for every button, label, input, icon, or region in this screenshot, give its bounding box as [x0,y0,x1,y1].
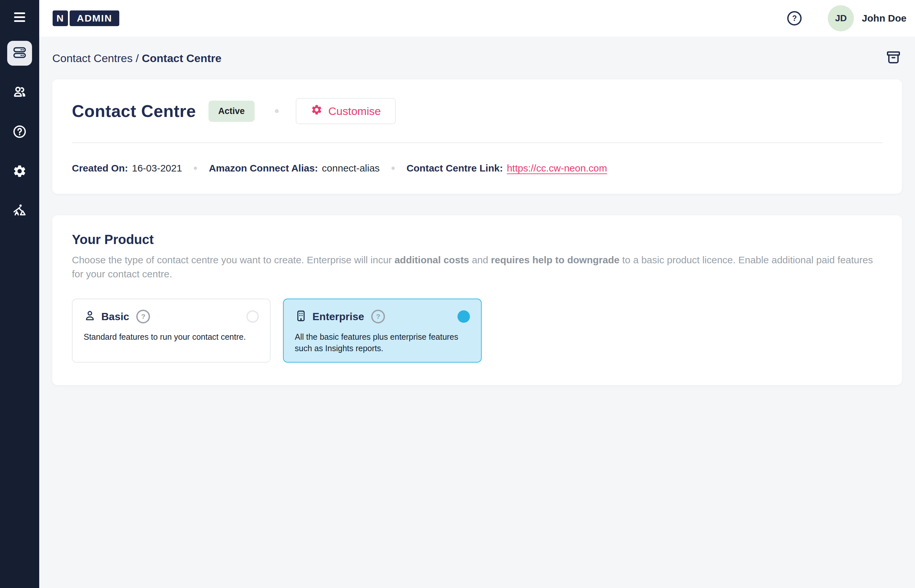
help-icon[interactable]: ? [787,11,802,26]
gear-icon [13,164,27,180]
meta-value-alias: connect-alias [322,163,380,174]
option-name: Enterprise [312,311,364,323]
section-title: Your Product [72,232,882,247]
logo-admin: ADMIN [70,10,119,26]
user-name: John Doe [862,13,907,24]
topbar: N ADMIN ? JD John Doe [39,0,915,37]
radio-enterprise[interactable] [457,310,470,323]
sidebar-item-users[interactable] [7,80,32,105]
option-basic[interactable]: Basic ? Standard features to run your co… [72,299,271,363]
gear-icon [311,104,323,118]
sidebar-item-settings[interactable] [7,160,32,184]
option-enterprise[interactable]: Enterprise ? All the basic features plus… [283,299,482,363]
person-icon [84,310,96,323]
separator-dot [391,166,395,170]
customise-label: Customise [328,105,381,118]
archive-button[interactable] [885,50,902,67]
sidebar-item-maintenance[interactable] [7,199,32,224]
breadcrumb-row: Contact Centres / Contact Centre [52,49,902,67]
meta-row: Created On: 16-03-2021 Amazon Connect Al… [72,163,882,174]
option-description: Standard features to run your contact ce… [84,331,259,342]
meta-label-link: Contact Centre Link: [407,163,503,174]
breadcrumb-parent[interactable]: Contact Centres [52,52,133,65]
contact-centre-link[interactable]: https://cc.cw-neon.com [507,163,607,174]
desc-segment-bold: additional costs [394,254,469,265]
question-help-icon[interactable]: ? [371,310,385,323]
desc-segment: and [469,254,491,265]
under-construction-icon [13,204,27,219]
sidebar-item-contact-centres[interactable] [7,41,32,66]
your-product-card: Your Product Choose the type of contact … [52,215,902,385]
title-row: Contact Centre Active Customise [72,98,882,124]
meta-value-created-on: 16-03-2021 [132,163,182,174]
sidebar [0,0,39,588]
meta-label-created-on: Created On: [72,163,128,174]
sidebar-nav [7,41,32,224]
divider [72,142,882,143]
product-options: Basic ? Standard features to run your co… [72,299,882,363]
desc-segment-bold: requires help to downgrade [491,254,619,265]
contact-centre-card: Contact Centre Active Customise Created … [52,79,902,194]
question-help-icon[interactable]: ? [136,310,150,323]
hamburger-bar [14,20,25,22]
help-circle-icon [13,124,27,140]
status-badge: Active [209,101,255,122]
main-content: Contact Centres / Contact Centre Contact… [39,0,915,385]
building-icon [295,310,307,323]
hamburger-bar [14,13,25,14]
logo-n: N [53,10,68,26]
breadcrumb: Contact Centres / Contact Centre [52,52,221,65]
sidebar-item-help[interactable] [7,120,32,145]
radio-basic[interactable] [246,310,259,323]
option-title-row: Enterprise ? [295,310,470,323]
desc-segment: Choose the type of contact centre you wa… [72,254,394,265]
option-description: All the basic features plus enterprise f… [295,331,470,354]
users-icon [13,85,27,101]
page-title: Contact Centre [72,101,196,121]
breadcrumb-separator: / [136,52,142,65]
avatar[interactable]: JD [828,5,854,31]
server-stack-icon [13,45,27,61]
hamburger-bar [14,16,25,18]
customise-button[interactable]: Customise [296,98,396,124]
breadcrumb-current: Contact Centre [142,52,221,65]
meta-label-alias: Amazon Connect Alias: [209,163,318,174]
option-title-row: Basic ? [84,310,259,323]
hamburger-menu-icon[interactable] [14,13,25,22]
topbar-right: ? JD John Doe [787,5,907,31]
archive-box-icon [886,50,901,67]
separator-dot [275,109,279,113]
separator-dot [194,166,197,170]
section-description: Choose the type of contact centre you wa… [72,253,882,281]
app-logo: N ADMIN [53,10,119,26]
option-name: Basic [101,311,129,323]
